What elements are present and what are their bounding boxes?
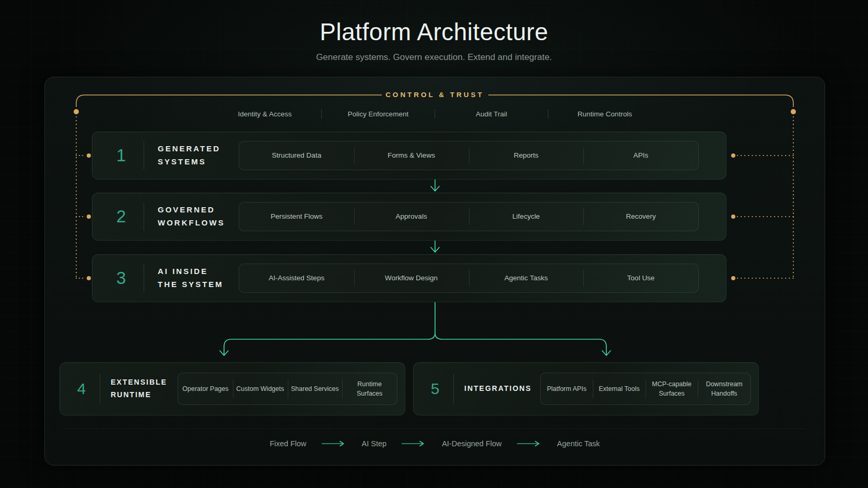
control-trust-item: Identity & Access bbox=[208, 110, 321, 118]
row-title: GOVERNED WORKFLOWS bbox=[158, 204, 250, 230]
chip: Runtime Surfaces bbox=[342, 373, 397, 404]
legend-item: AI Step bbox=[362, 439, 387, 448]
divider bbox=[453, 374, 454, 404]
chip-group: AI-Assisted Steps Workflow Design Agenti… bbox=[239, 264, 699, 293]
flow-legend: Fixed Flow AI Step AI-Designed Flow Agen… bbox=[45, 435, 825, 452]
control-trust-item: Runtime Controls bbox=[548, 110, 661, 118]
chip: Reports bbox=[469, 141, 584, 170]
chip: Downstream Handoffs bbox=[698, 373, 750, 404]
chip: Structured Data bbox=[239, 141, 354, 170]
row-title: INTEGRATIONS bbox=[464, 383, 532, 395]
chip: Tool Use bbox=[583, 264, 698, 292]
chip: Persistent Flows bbox=[239, 203, 354, 231]
row-extensible-runtime: 4 EXTENSIBLE RUNTIME Operator Pages Cust… bbox=[60, 362, 405, 415]
chip-group: Structured Data Forms & Views Reports AP… bbox=[239, 141, 699, 170]
divider bbox=[144, 203, 144, 231]
legend-item: Agentic Task bbox=[557, 439, 600, 448]
control-trust-items: Identity & Access Policy Enforcement Aud… bbox=[45, 109, 825, 118]
chip: Approvals bbox=[354, 203, 469, 231]
row-number: 5 bbox=[427, 380, 443, 398]
page-header: Platform Architecture Generate systems. … bbox=[0, 18, 868, 63]
arrow-right-icon bbox=[321, 441, 348, 447]
chip: Platform APIs bbox=[541, 373, 593, 404]
chip: Agentic Tasks bbox=[469, 264, 584, 292]
page-subtitle: Generate systems. Govern execution. Exte… bbox=[0, 52, 868, 63]
row-title: GENERATED SYSTEMS bbox=[158, 142, 250, 169]
row-title: AI INSIDE THE SYSTEM bbox=[158, 265, 250, 291]
chip-group: Persistent Flows Approvals Lifecycle Rec… bbox=[239, 202, 699, 231]
chip: External Tools bbox=[593, 373, 646, 404]
legend-item: AI-Designed Flow bbox=[442, 439, 501, 448]
row-integrations: 5 INTEGRATIONS Platform APIs External To… bbox=[413, 362, 759, 415]
chip: APIs bbox=[583, 141, 698, 170]
architecture-board: CONTROL & TRUST Identity & Access Policy… bbox=[44, 77, 825, 466]
divider bbox=[144, 264, 144, 292]
control-trust-label: CONTROL & TRUST bbox=[45, 91, 825, 99]
chip: Lifecycle bbox=[469, 203, 584, 231]
row-number: 4 bbox=[74, 380, 89, 398]
row-title: EXTENSIBLE RUNTIME bbox=[111, 376, 169, 401]
row-number: 2 bbox=[111, 207, 131, 227]
chip: Shared Services bbox=[288, 373, 343, 404]
divider bbox=[100, 374, 100, 404]
chip: Forms & Views bbox=[354, 141, 469, 170]
divider bbox=[64, 429, 806, 429]
chip-group: Platform APIs External Tools MCP-capable… bbox=[540, 373, 751, 405]
control-trust-frame-lines bbox=[76, 95, 793, 278]
row-number: 1 bbox=[111, 146, 131, 165]
chip: Operator Pages bbox=[178, 373, 233, 404]
control-trust-item: Audit Trail bbox=[435, 110, 548, 118]
legend-item: Fixed Flow bbox=[269, 439, 306, 448]
row-ai-inside-the-system: 3 AI INSIDE THE SYSTEM AI-Assisted Steps… bbox=[92, 254, 726, 302]
chip: Custom Widgets bbox=[233, 373, 288, 404]
chip: Workflow Design bbox=[354, 264, 469, 292]
row-generated-systems: 1 GENERATED SYSTEMS Structured Data Form… bbox=[92, 132, 726, 180]
row-number: 3 bbox=[111, 268, 131, 288]
arrow-right-icon bbox=[401, 441, 428, 447]
control-trust-item: Policy Enforcement bbox=[322, 110, 435, 118]
arrow-right-icon bbox=[516, 441, 543, 447]
chip-group: Operator Pages Custom Widgets Shared Ser… bbox=[178, 373, 397, 405]
chip: MCP-capable Surfaces bbox=[646, 373, 698, 404]
chip: Recovery bbox=[583, 203, 698, 231]
divider bbox=[144, 141, 144, 170]
chip: AI-Assisted Steps bbox=[239, 264, 354, 292]
page-title: Platform Architecture bbox=[0, 18, 868, 46]
row-governed-workflows: 2 GOVERNED WORKFLOWS Persistent Flows Ap… bbox=[92, 193, 726, 241]
